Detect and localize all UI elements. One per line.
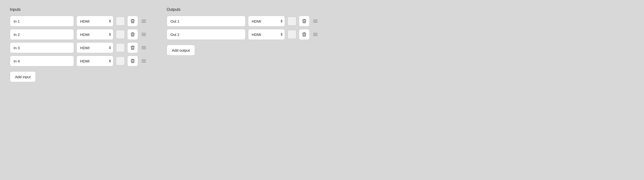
input-type-wrapper-2: HDMISDIAnalogDante xyxy=(76,29,114,40)
trash-icon xyxy=(131,45,134,50)
output-color-2[interactable] xyxy=(288,30,296,39)
output-type-wrapper-1: HDMISDIAnalogDante xyxy=(248,16,285,27)
input-type-wrapper-1: HDMISDIAnalogDante xyxy=(76,16,114,27)
output-name-2[interactable] xyxy=(167,29,246,40)
page-container: Inputs HDMISDIAnalogDante xyxy=(10,7,634,82)
input-drag-handle-3[interactable] xyxy=(140,45,147,50)
input-delete-3[interactable] xyxy=(127,42,138,53)
input-color-1[interactable] xyxy=(116,17,125,26)
input-color-4[interactable] xyxy=(116,57,125,65)
output-delete-1[interactable] xyxy=(299,16,310,27)
trash-icon xyxy=(131,19,134,23)
input-drag-handle-1[interactable] xyxy=(140,19,147,24)
input-name-3[interactable] xyxy=(10,42,74,53)
input-row-3: HDMISDIAnalogDante xyxy=(10,42,147,53)
input-type-select-2[interactable]: HDMISDIAnalogDante xyxy=(76,29,114,40)
trash-icon xyxy=(302,19,306,23)
trash-icon xyxy=(131,32,134,37)
input-name-2[interactable] xyxy=(10,29,74,40)
trash-icon xyxy=(302,32,306,37)
input-color-3[interactable] xyxy=(116,43,125,52)
output-type-select-2[interactable]: HDMISDIAnalogDante xyxy=(248,29,285,40)
input-type-select-4[interactable]: HDMISDIAnalogDante xyxy=(76,56,114,66)
input-row-4: HDMISDIAnalogDante xyxy=(10,56,147,66)
output-drag-handle-2[interactable] xyxy=(312,32,318,37)
add-input-button[interactable]: Add input xyxy=(10,71,36,82)
outputs-title: Outputs xyxy=(167,7,318,12)
inputs-section: Inputs HDMISDIAnalogDante xyxy=(10,7,147,82)
input-row-2: HDMISDIAnalogDante xyxy=(10,29,147,40)
input-color-2[interactable] xyxy=(116,30,125,39)
input-type-wrapper-3: HDMISDIAnalogDante xyxy=(76,42,114,53)
input-type-wrapper-4: HDMISDIAnalogDante xyxy=(76,56,114,66)
output-type-wrapper-2: HDMISDIAnalogDante xyxy=(248,29,285,40)
output-color-1[interactable] xyxy=(288,17,296,26)
output-delete-2[interactable] xyxy=(299,29,310,40)
output-row-1: HDMISDIAnalogDante xyxy=(167,16,318,27)
input-name-1[interactable] xyxy=(10,16,74,27)
input-delete-2[interactable] xyxy=(127,29,138,40)
input-delete-1[interactable] xyxy=(127,16,138,27)
input-drag-handle-4[interactable] xyxy=(140,59,147,63)
output-name-1[interactable] xyxy=(167,16,246,27)
output-row-2: HDMISDIAnalogDante xyxy=(167,29,318,40)
input-row-1: HDMISDIAnalogDante xyxy=(10,16,147,27)
add-output-button[interactable]: Add output xyxy=(167,45,195,56)
outputs-section: Outputs HDMISDIAnalogDante xyxy=(167,7,318,82)
inputs-title: Inputs xyxy=(10,7,147,12)
input-name-4[interactable] xyxy=(10,56,74,66)
input-type-select-1[interactable]: HDMISDIAnalogDante xyxy=(76,16,114,27)
input-delete-4[interactable] xyxy=(127,56,138,66)
output-type-select-1[interactable]: HDMISDIAnalogDante xyxy=(248,16,285,27)
trash-icon xyxy=(131,59,134,63)
output-drag-handle-1[interactable] xyxy=(312,19,318,24)
input-type-select-3[interactable]: HDMISDIAnalogDante xyxy=(76,42,114,53)
input-drag-handle-2[interactable] xyxy=(140,32,147,37)
